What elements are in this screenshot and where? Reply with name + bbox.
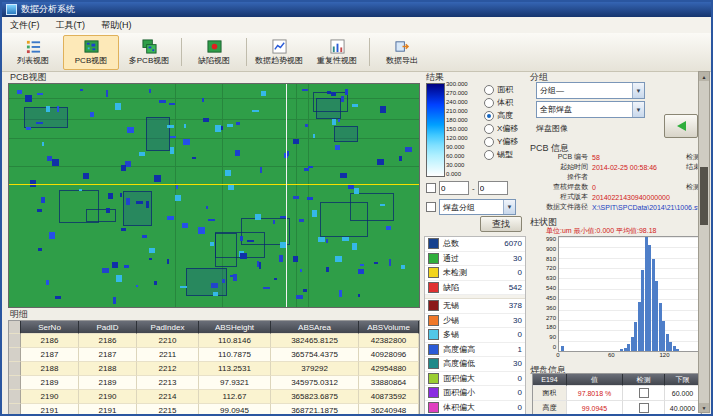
toolbar-button-data-export[interactable]: 数据导出	[374, 35, 430, 70]
defect-row[interactable]: 面积偏大0	[425, 372, 525, 387]
defect-row[interactable]: 面积偏小0	[425, 386, 525, 401]
menu-item-help[interactable]: 帮助(H)	[93, 17, 140, 34]
row-selector[interactable]	[9, 334, 21, 348]
status-color-swatch	[428, 300, 439, 311]
y-tick-label: 720	[540, 265, 556, 271]
group-combo[interactable]: 分组— ▼	[536, 82, 645, 99]
pad-filter-combo[interactable]: 全部焊盘 ▼	[536, 101, 645, 118]
pcb-component	[112, 262, 118, 268]
chevron-down-icon: ▼	[503, 200, 515, 214]
menu-item-file[interactable]: 文件(F)	[2, 17, 48, 34]
radio-option-label: 体积	[497, 97, 513, 108]
find-button[interactable]: 查找	[480, 216, 522, 232]
defect-row[interactable]: 高度偏低30	[425, 357, 525, 372]
stat-value: 30	[513, 316, 522, 325]
row-selector[interactable]	[9, 376, 21, 390]
title-bar[interactable]: 数据分析系统	[2, 2, 711, 17]
row-selector[interactable]	[9, 362, 21, 376]
colorbar-tick-label: 30.000	[446, 162, 482, 168]
result-mode-option[interactable]: Y偏移	[484, 135, 524, 148]
pcb-component	[377, 159, 384, 165]
column-header[interactable]: ABSVolume	[359, 321, 419, 334]
defect-row[interactable]: 高度偏高1	[425, 343, 525, 358]
pcb-component	[102, 268, 109, 273]
column-header[interactable]: ABSArea	[271, 321, 359, 334]
toolbar-button-list-view[interactable]: 列表视图	[5, 35, 61, 70]
scroll-down-icon[interactable]: ▼	[699, 403, 709, 412]
y-tick-label: 540	[540, 285, 556, 291]
result-mode-option[interactable]: 面积	[484, 83, 524, 96]
summary-row[interactable]: 缺陷542	[425, 281, 525, 296]
scrollbar-thumb[interactable]	[700, 167, 708, 225]
pcb-component	[192, 157, 196, 159]
status-color-swatch	[428, 238, 439, 249]
row-selector[interactable]	[9, 390, 21, 404]
defect-row[interactable]: 少锡30	[425, 314, 525, 329]
menu-item-tools[interactable]: 工具(T)	[48, 17, 94, 34]
summary-row[interactable]: 通过30	[425, 252, 525, 267]
summary-row[interactable]: 未检测0	[425, 266, 525, 281]
pcb-component	[57, 106, 59, 112]
pcb-canvas[interactable]	[8, 83, 420, 308]
column-header[interactable]: PadIndex	[137, 321, 199, 334]
crosshair-horizontal	[9, 184, 419, 185]
checkbox-icon[interactable]	[639, 388, 649, 398]
pcb-component	[299, 219, 304, 222]
pad-filter-combo-value: 全部焊盘	[540, 104, 572, 115]
colorbar-tick-label: 90.000	[446, 144, 482, 150]
defect-row[interactable]: 无锡378	[425, 299, 525, 314]
result-mode-option[interactable]: 锡型	[484, 148, 524, 161]
pcb-component	[113, 297, 116, 304]
pcb-component	[331, 92, 336, 96]
column-header[interactable]: SerNo	[21, 321, 79, 334]
toolbar-button-repeat-view[interactable]: 重复性视图	[309, 35, 365, 70]
info-value: X:\SPIT\SPCData\2014\21\1006.sw1	[592, 204, 700, 211]
pad-image-back-button[interactable]	[664, 114, 698, 138]
table-row[interactable]: 218621862210110.8146382465.812542382800	[9, 334, 419, 348]
gridline	[559, 268, 699, 269]
pad-group-combo[interactable]: 焊盘分组 ▼	[439, 199, 516, 215]
table-row[interactable]: 21912191221599.0945368721.187536240948	[9, 404, 419, 416]
defect-row[interactable]: 体积偏大0	[425, 401, 525, 416]
table-cell: 2187	[21, 348, 79, 362]
summary-row[interactable]: 总数6070	[425, 237, 525, 252]
vertical-scrollbar[interactable]: ▲ ▼	[698, 71, 710, 413]
table-cell: 382465.8125	[271, 334, 359, 348]
toolbar-button-trend-view[interactable]: 数据趋势视图	[251, 35, 307, 70]
range-from-input[interactable]	[439, 181, 469, 195]
row-selector[interactable]	[9, 404, 21, 416]
toolbar-button-pcb-view[interactable]: PCB视图	[63, 35, 119, 70]
column-header[interactable]: PadID	[79, 321, 137, 334]
pad-info-limit: 60.000	[665, 386, 701, 401]
table-row[interactable]: 218821882212113.253137929242954880	[9, 362, 419, 376]
range-filter-checkbox[interactable]	[426, 183, 436, 193]
pad-group-checkbox[interactable]	[426, 202, 436, 212]
table-row[interactable]: 219021902214112.67365823.687540873592	[9, 390, 419, 404]
table-cell: 2186	[79, 334, 137, 348]
table-row[interactable]: 218721872211110.7875365754.437540928096	[9, 348, 419, 362]
checkbox-icon[interactable]	[639, 403, 649, 413]
pcb-component	[25, 95, 32, 102]
pcb-component	[358, 294, 360, 297]
pcb-component	[42, 142, 44, 146]
toolbar-button-label: 缺陷视图	[198, 55, 230, 66]
toolbar-button-multi-pcb-view[interactable]: 多PCB视图	[121, 35, 177, 70]
toolbar-button-label: 数据导出	[386, 55, 418, 66]
result-mode-option[interactable]: 高度	[484, 109, 524, 122]
row-selector[interactable]	[9, 348, 21, 362]
toolbar-button-defect-view[interactable]: 缺陷视图	[186, 35, 242, 70]
histogram-chart: 990900810720630540450360270180900 060120	[540, 236, 700, 360]
table-cell: 2215	[137, 404, 199, 416]
result-mode-option[interactable]: 体积	[484, 96, 524, 109]
y-tick-label: 630	[540, 275, 556, 281]
stat-value: 542	[509, 283, 522, 292]
pcb-component	[335, 256, 342, 262]
column-header[interactable]: ABSHeight	[199, 321, 271, 334]
table-row[interactable]: 21892189221397.9321345975.031233880864	[9, 376, 419, 390]
result-mode-option[interactable]: X偏移	[484, 122, 524, 135]
range-to-input[interactable]	[478, 181, 508, 195]
defect-row[interactable]: 多锡0	[425, 328, 525, 343]
table-cell: 97.9321	[199, 376, 271, 390]
scroll-up-icon[interactable]: ▲	[699, 72, 709, 81]
pcb-component	[211, 283, 218, 288]
